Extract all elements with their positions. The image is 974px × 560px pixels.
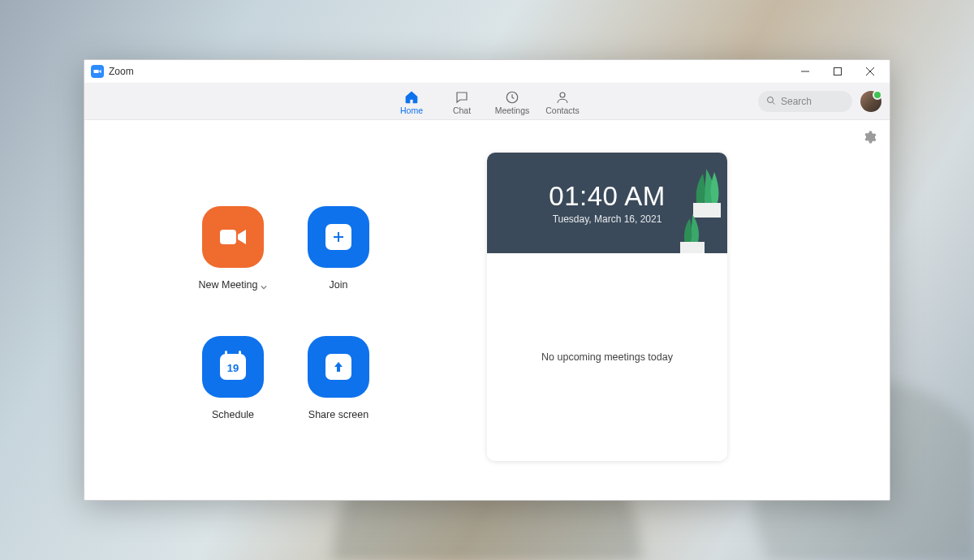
new-meeting-dropdown[interactable]	[261, 282, 267, 288]
action-share-screen: Share screen	[287, 336, 390, 420]
minimize-button[interactable]	[789, 60, 821, 83]
clock-icon	[505, 90, 519, 105]
calendar-body: No upcoming meetings today	[487, 253, 727, 461]
settings-button[interactable]	[862, 130, 877, 144]
app-title: Zoom	[109, 66, 134, 77]
svg-rect-10	[680, 242, 705, 253]
search-icon	[766, 94, 776, 109]
chat-icon	[455, 90, 469, 105]
content: New Meeting Join	[84, 120, 890, 500]
app-window: Zoom Home	[84, 59, 890, 501]
clock-date: Tuesday, March 16, 2021	[553, 213, 662, 225]
search-input[interactable]	[781, 96, 844, 107]
join-button[interactable]	[308, 206, 369, 268]
search-box[interactable]	[758, 91, 852, 112]
schedule-button[interactable]: 19	[202, 336, 264, 398]
share-screen-button[interactable]	[308, 336, 369, 398]
chevron-down-icon	[261, 284, 267, 291]
actions-pane: New Meeting Join	[84, 120, 487, 500]
action-label: Share screen	[308, 409, 368, 420]
empty-meetings-message: No upcoming meetings today	[541, 351, 673, 363]
home-icon	[404, 90, 419, 105]
new-meeting-label-row: New Meeting	[199, 279, 268, 291]
tab-contacts[interactable]: Contacts	[537, 87, 588, 115]
tab-label: Chat	[453, 106, 471, 115]
tab-chat[interactable]: Chat	[437, 87, 487, 115]
calendar-pane: 01:40 AM Tuesday, March 16, 2021 No upco…	[487, 120, 890, 500]
close-button[interactable]	[854, 60, 886, 83]
avatar[interactable]	[860, 91, 881, 112]
action-join: Join	[287, 206, 390, 291]
window-controls	[789, 60, 886, 83]
svg-point-6	[768, 97, 774, 102]
action-schedule: 19 Schedule	[181, 336, 285, 420]
action-grid: New Meeting Join	[181, 206, 390, 420]
svg-rect-8	[220, 230, 236, 244]
tab-label: Contacts	[545, 106, 579, 115]
titlebar-left: Zoom	[91, 65, 134, 78]
tab-label: Meetings	[495, 106, 530, 115]
tab-label: Home	[400, 106, 423, 115]
plus-square-icon	[325, 224, 351, 250]
new-meeting-button[interactable]	[202, 206, 264, 268]
clock-time: 01:40 AM	[549, 181, 665, 212]
svg-line-7	[773, 101, 775, 104]
gear-icon	[862, 130, 877, 144]
share-arrow-icon	[325, 354, 351, 380]
titlebar: Zoom	[84, 60, 890, 83]
contacts-icon	[555, 90, 570, 105]
action-label: Schedule	[212, 409, 254, 420]
tab-home[interactable]: Home	[386, 87, 437, 115]
svg-point-5	[560, 93, 565, 97]
action-label: New Meeting	[199, 279, 258, 291]
plant-decoration-icon	[672, 208, 713, 253]
calendar-icon: 19	[220, 354, 246, 380]
zoom-app-icon	[91, 65, 104, 78]
nav-right	[758, 91, 881, 112]
video-icon	[218, 226, 248, 248]
action-new-meeting: New Meeting	[181, 206, 285, 291]
svg-rect-1	[834, 68, 842, 75]
action-label: Join	[330, 279, 348, 291]
calendar-day: 19	[227, 362, 239, 374]
calendar-card: 01:40 AM Tuesday, March 16, 2021 No upco…	[487, 153, 727, 461]
navbar: Home Chat Meetings Contacts	[84, 83, 890, 120]
tab-meetings[interactable]: Meetings	[487, 87, 537, 115]
maximize-button[interactable]	[821, 60, 854, 83]
nav-tabs: Home Chat Meetings Contacts	[386, 87, 588, 115]
calendar-hero: 01:40 AM Tuesday, March 16, 2021	[487, 153, 727, 253]
